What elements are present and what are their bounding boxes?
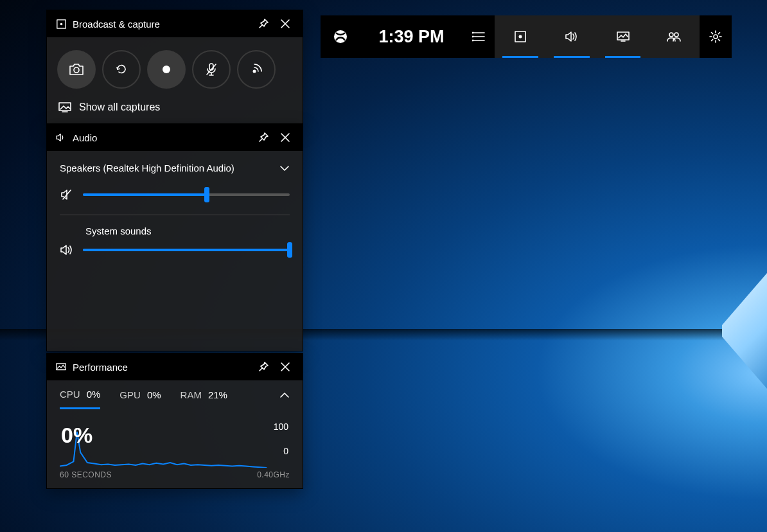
- toolbar-settings-button[interactable]: [700, 15, 732, 58]
- show-all-captures-label: Show all captures: [79, 102, 160, 113]
- pin-icon: [258, 19, 269, 29]
- performance-widget: Performance CPU 0% GPU 0% RAM 21% 0% 100…: [46, 353, 303, 489]
- perf-freq: 0.40GHz: [257, 470, 290, 479]
- system-sounds-mute-button[interactable]: [60, 244, 74, 256]
- start-broadcast-button[interactable]: [237, 50, 276, 89]
- mic-off-icon: [206, 63, 217, 76]
- perf-tab-gpu[interactable]: GPU 0%: [119, 382, 161, 408]
- speaker-icon: [53, 133, 69, 142]
- broadcast-start-icon: [250, 63, 263, 76]
- record-last-button[interactable]: [102, 50, 141, 89]
- divider: [60, 215, 290, 215]
- perf-chart-area: 0% 100 0 60 SECONDS 0.40GHz: [47, 410, 303, 488]
- chevron-up-icon: [279, 392, 290, 398]
- performance-icon: [617, 31, 630, 42]
- show-all-captures-link[interactable]: Show all captures: [47, 95, 303, 126]
- perf-y-max: 100: [274, 421, 288, 432]
- game-bar-toolbar: 1:39 PM: [321, 15, 732, 58]
- perf-x-label: 60 SECONDS: [60, 470, 112, 479]
- pin-button[interactable]: [252, 13, 274, 35]
- audio-title: Audio: [73, 132, 252, 143]
- output-device-selector[interactable]: Speakers (Realtek High Definition Audio): [60, 160, 290, 185]
- perf-sparkline: [60, 416, 290, 468]
- broadcast-icon: [53, 19, 69, 29]
- perf-y-min: 0: [283, 446, 288, 456]
- toolbar-tab-social[interactable]: [648, 15, 700, 58]
- broadcast-titlebar: Broadcast & capture: [47, 10, 303, 37]
- svg-point-20: [253, 70, 256, 73]
- speaker-icon: [60, 244, 73, 256]
- performance-titlebar: Performance: [47, 353, 303, 380]
- system-sounds-slider[interactable]: [83, 249, 290, 251]
- audio-titlebar: Audio: [47, 124, 303, 151]
- record-icon: [162, 65, 171, 74]
- svg-point-11: [669, 33, 673, 37]
- toolbar-tab-audio[interactable]: [546, 15, 597, 58]
- perf-tab-cpu[interactable]: CPU 0%: [60, 381, 100, 409]
- camera-icon: [69, 64, 84, 75]
- svg-point-5: [472, 36, 473, 38]
- svg-point-6: [472, 40, 473, 42]
- performance-title: Performance: [73, 362, 252, 373]
- audio-widget: Audio Speakers (Realtek High Definition …: [46, 123, 303, 351]
- perf-current-value: 0%: [61, 423, 93, 448]
- svg-point-0: [334, 30, 347, 43]
- svg-point-4: [472, 32, 473, 34]
- record-button[interactable]: [147, 50, 186, 89]
- toolbar-tab-performance[interactable]: [597, 15, 649, 58]
- svg-point-16: [74, 67, 79, 73]
- pin-button[interactable]: [252, 127, 274, 148]
- svg-point-17: [163, 66, 170, 73]
- pin-icon: [258, 362, 269, 372]
- speaker-icon: [565, 31, 578, 42]
- widgets-menu-button[interactable]: [463, 15, 495, 58]
- svg-point-12: [674, 33, 678, 37]
- pin-button[interactable]: [252, 356, 274, 378]
- xbox-button[interactable]: [321, 15, 360, 58]
- master-volume-slider[interactable]: [83, 193, 290, 196]
- close-button[interactable]: [274, 127, 296, 148]
- speaker-muted-icon: [61, 189, 73, 200]
- master-mute-button[interactable]: [60, 189, 74, 200]
- gallery-icon: [58, 102, 71, 112]
- close-icon: [280, 362, 290, 372]
- close-icon: [280, 132, 290, 143]
- menu-icon: [472, 31, 485, 42]
- clock: 1:39 PM: [360, 15, 463, 58]
- record-last-icon: [115, 63, 128, 76]
- gear-icon: [709, 30, 722, 43]
- toolbar-tab-broadcast[interactable]: [495, 15, 546, 58]
- xbox-icon: [333, 29, 348, 44]
- svg-point-8: [519, 35, 522, 39]
- performance-icon: [53, 363, 69, 371]
- screenshot-button[interactable]: [57, 50, 96, 89]
- perf-tab-ram[interactable]: RAM 21%: [181, 382, 227, 408]
- output-device-name: Speakers (Realtek High Definition Audio): [60, 163, 234, 173]
- people-icon: [667, 31, 681, 42]
- broadcast-title: Broadcast & capture: [73, 19, 252, 30]
- mic-toggle-button[interactable]: [192, 50, 231, 89]
- pin-icon: [258, 132, 269, 143]
- close-button[interactable]: [274, 356, 296, 378]
- broadcast-icon: [515, 31, 526, 42]
- perf-collapse-button[interactable]: [279, 392, 290, 398]
- broadcast-capture-widget: Broadcast & capture Show all captures: [46, 10, 303, 127]
- svg-point-13: [714, 35, 718, 39]
- chevron-down-icon: [279, 165, 290, 172]
- system-sounds-label: System sounds: [60, 226, 290, 236]
- svg-point-15: [60, 22, 62, 25]
- close-button[interactable]: [274, 13, 296, 35]
- close-icon: [280, 19, 290, 29]
